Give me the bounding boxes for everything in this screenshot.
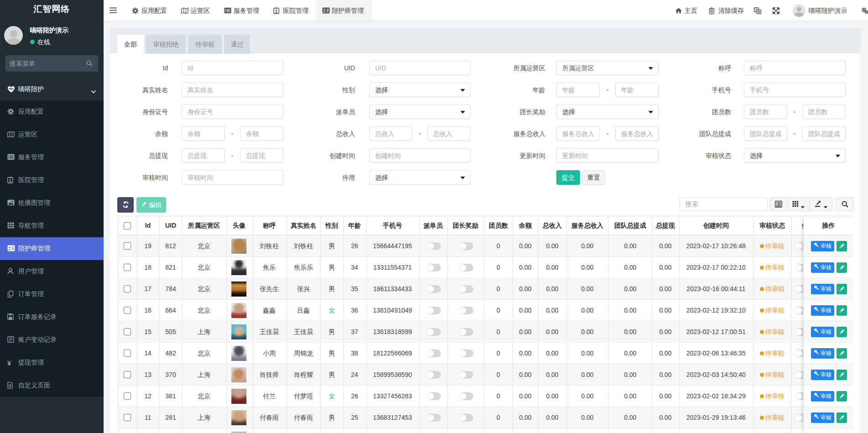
svg-text:A: A: [758, 10, 760, 14]
